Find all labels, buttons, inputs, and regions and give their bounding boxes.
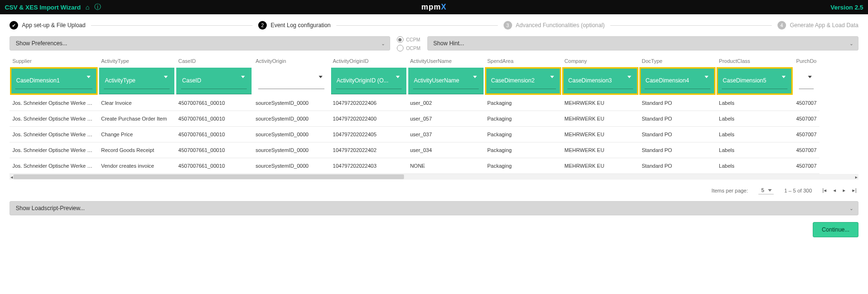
step-label: App set-up & File Upload — [22, 22, 85, 29]
table-cell: 104797202022402 — [330, 142, 407, 158]
table-cell: 4507007661_00010 — [175, 127, 252, 142]
table-cell: Packaging — [484, 127, 562, 142]
mapping-value: ActivityOriginID (O... — [337, 77, 389, 84]
table-cell: 4507007661_00010 — [175, 111, 252, 127]
table-cell: 4507007661_00010 — [175, 95, 252, 111]
controls-row: Show Preferences... ⌄ CCPM OCPM Show Hin… — [0, 34, 868, 56]
table-cell: Standard PO — [639, 142, 716, 158]
mapping-value: CaseDimension5 — [723, 77, 766, 84]
table-row[interactable]: Jos. Schneider Optische Werke GmbHRecord… — [10, 142, 819, 158]
show-loadscript-dropdown[interactable]: Show Loadscript-Preview... ⌄ — [10, 201, 858, 215]
table-cell: Vendor creates invoice — [98, 158, 175, 174]
version-label: Version 2.5 — [830, 4, 863, 11]
column-mapping-select[interactable]: ActivityType — [99, 68, 174, 94]
chevron-down-icon: ⌄ — [849, 206, 853, 211]
wizard-step-3[interactable]: 3Advanced Functionalities (optional) — [504, 21, 605, 30]
scroll-right-icon[interactable]: ▸ — [855, 174, 858, 180]
table-cell: sourceSystemID_0000 — [252, 95, 330, 111]
column-mapping-select[interactable]: CaseDimension5 — [717, 68, 792, 94]
table-cell: 4507007 — [793, 127, 819, 142]
dropdown-caret-icon — [627, 76, 631, 78]
table-row[interactable]: Jos. Schneider Optische Werke GmbHClear … — [10, 95, 819, 111]
dropdown-caret-icon — [705, 76, 708, 78]
table-cell: Jos. Schneider Optische Werke GmbH — [10, 142, 98, 158]
table-cell: Standard PO — [639, 95, 716, 111]
scroll-left-icon[interactable]: ◂ — [10, 174, 13, 180]
step-label: Generate App & Load Data — [790, 22, 858, 29]
table-cell: MEHRWERK EU — [562, 158, 639, 174]
radio-ocpm[interactable]: OCPM — [397, 45, 421, 51]
column-mapping-select[interactable]: CaseDimension4 — [640, 68, 715, 94]
step-circle-icon: 3 — [504, 21, 512, 30]
wizard-step-4[interactable]: 4Generate App & Load Data — [777, 21, 858, 30]
table-pagination: Items per page: 5 1 – 5 of 300 |◂ ◂ ▸ ▸| — [0, 180, 868, 201]
mapping-value: CaseDimension1 — [16, 77, 60, 84]
column-header: ActivityOrigin — [252, 56, 330, 67]
first-page-icon[interactable]: |◂ — [822, 187, 827, 193]
radio-icon — [397, 45, 404, 51]
table-cell: Standard PO — [639, 111, 716, 127]
prev-page-icon[interactable]: ◂ — [833, 187, 836, 193]
table-cell: sourceSystemID_0000 — [252, 111, 330, 127]
column-mapping-select[interactable]: ActivityOriginID (O... — [331, 68, 406, 94]
table-cell: Jos. Schneider Optische Werke GmbH — [10, 111, 98, 127]
table-cell: Packaging — [484, 158, 562, 174]
app-logo: mpmX — [422, 3, 447, 11]
radio-icon — [397, 36, 404, 43]
column-mapping-select[interactable]: ActivityUserName — [408, 68, 484, 94]
table-cell: Labels — [716, 95, 793, 111]
table-row[interactable]: Jos. Schneider Optische Werke GmbHVendor… — [10, 158, 819, 174]
items-per-page-label: Items per page: — [712, 188, 748, 193]
column-mapping-select[interactable] — [253, 68, 329, 94]
column-mapping-select[interactable]: CaseID — [176, 68, 252, 94]
table-cell: 4507007 — [793, 111, 819, 127]
dropdown-caret-icon — [782, 76, 786, 78]
step-circle-icon: 4 — [777, 21, 786, 30]
column-header: DocType — [639, 56, 716, 67]
home-icon[interactable]: ⌂ — [86, 3, 90, 11]
table-cell: sourceSystemID_0000 — [252, 127, 330, 142]
table-cell: Labels — [716, 142, 793, 158]
page-title: CSV & XES Import Wizard — [5, 4, 81, 11]
table-row[interactable]: Jos. Schneider Optische Werke GmbHChange… — [10, 127, 819, 142]
table-cell: user_002 — [407, 95, 484, 111]
info-icon[interactable]: ⓘ — [94, 3, 101, 11]
table-cell: Labels — [716, 111, 793, 127]
table-cell: MEHRWERK EU — [562, 111, 639, 127]
step-label: Event Log configuration — [271, 22, 331, 29]
table-cell: user_037 — [407, 127, 484, 142]
next-page-icon[interactable]: ▸ — [843, 187, 846, 193]
column-header: CaseID — [175, 56, 252, 67]
table-cell: user_034 — [407, 142, 484, 158]
wizard-step-1[interactable]: ✔App set-up & File Upload — [10, 21, 85, 30]
dropdown-caret-icon — [319, 76, 323, 78]
column-mapping-select[interactable]: CaseDimension3 — [563, 68, 638, 94]
dropdown-caret-icon — [241, 76, 245, 78]
table-cell: 4507007661_00010 — [175, 142, 252, 158]
step-label: Advanced Functionalities (optional) — [516, 22, 605, 29]
page-size-select[interactable]: 5 — [758, 186, 774, 194]
mapping-value: CaseDimension3 — [568, 77, 612, 84]
table-cell: 4507007 — [793, 158, 819, 174]
column-mapping-select[interactable] — [794, 68, 818, 94]
column-mapping-select[interactable]: CaseDimension2 — [485, 68, 561, 94]
table-cell: NONE — [407, 158, 484, 174]
table-cell: MEHRWERK EU — [562, 142, 639, 158]
table-cell: MEHRWERK EU — [562, 95, 639, 111]
mapping-value: CaseDimension4 — [646, 77, 689, 84]
radio-ccpm[interactable]: CCPM — [397, 36, 421, 43]
table-cell: Standard PO — [639, 127, 716, 142]
mapping-value: ActivityUserName — [414, 77, 459, 84]
show-hint-dropdown[interactable]: Show Hint... ⌄ — [427, 36, 858, 51]
column-mapping-select[interactable]: CaseDimension1 — [10, 68, 97, 94]
horizontal-scrollbar[interactable]: ◂ ▸ — [10, 174, 858, 180]
chevron-down-icon: ⌄ — [849, 41, 853, 46]
show-preferences-dropdown[interactable]: Show Preferences... ⌄ — [10, 36, 390, 51]
continue-button[interactable]: Continue... — [813, 222, 858, 237]
step-circle-icon: ✔ — [10, 21, 18, 30]
table-row[interactable]: Jos. Schneider Optische Werke GmbHCreate… — [10, 111, 819, 127]
wizard-step-2[interactable]: 2Event Log configuration — [258, 21, 331, 30]
scroll-thumb[interactable] — [13, 174, 404, 179]
chevron-down-icon: ⌄ — [381, 41, 385, 46]
last-page-icon[interactable]: ▸| — [852, 187, 857, 193]
